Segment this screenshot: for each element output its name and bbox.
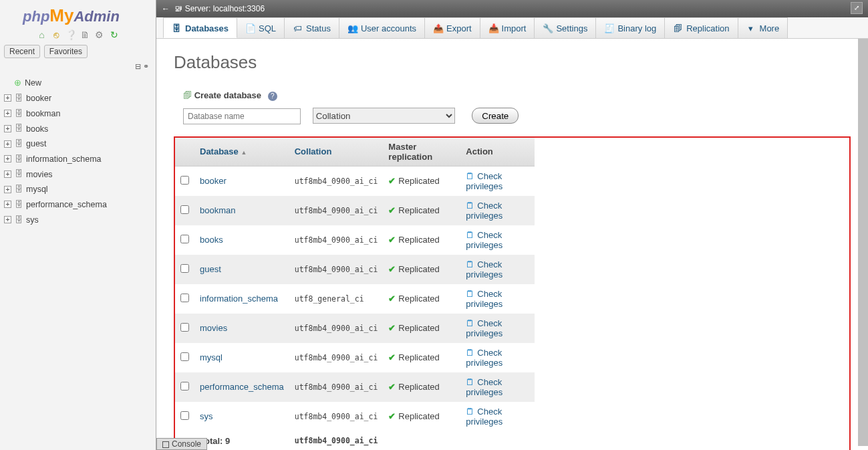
tree-item-performance_schema[interactable]: performance_schema — [26, 200, 107, 209]
col-database[interactable]: Database — [200, 146, 239, 156]
tab-icon: 📄 — [245, 18, 255, 39]
expand-icon[interactable]: + — [4, 201, 11, 208]
console-toggle[interactable]: Console — [156, 438, 207, 450]
table-row: bookerutf8mb4_0900_ai_ci✔Replicated🗒Chec… — [175, 166, 535, 196]
tree-item-sys[interactable]: sys — [26, 215, 39, 225]
collapse-topbar-icon[interactable]: ⤢ — [851, 2, 863, 14]
col-collation[interactable]: Collation — [295, 146, 332, 156]
privileges-icon: 🗒 — [466, 171, 474, 181]
row-collation: utf8mb4_0900_ai_ci — [289, 225, 384, 255]
db-icon: 🗄 — [14, 139, 23, 148]
logo[interactable]: phpMyAdmin — [0, 0, 156, 27]
tab-icon: 🗄 — [172, 18, 181, 39]
db-link-mysql[interactable]: mysql — [200, 352, 223, 362]
tab-binary-log[interactable]: 🧾Binary log — [595, 17, 665, 38]
row-replication: ✔Replicated — [383, 372, 460, 402]
table-row: mysqlutf8mb4_0900_ai_ci✔Replicated🗒Check… — [175, 343, 535, 372]
check-icon: ✔ — [388, 352, 396, 362]
tab-import[interactable]: 📥Import — [480, 17, 535, 38]
expand-icon[interactable]: + — [4, 140, 11, 148]
row-checkbox[interactable] — [180, 382, 189, 390]
check-icon: ✔ — [388, 205, 396, 215]
tab-more[interactable]: ▾More — [738, 17, 788, 38]
row-checkbox[interactable] — [180, 205, 189, 214]
tree-item-books[interactable]: books — [26, 124, 48, 133]
db-icon: 🗄 — [14, 109, 23, 118]
tab-sql[interactable]: 📄SQL — [237, 17, 285, 38]
refresh-icon[interactable]: ↻ — [109, 29, 120, 40]
db-link-books[interactable]: books — [200, 235, 223, 245]
expand-icon[interactable]: + — [4, 155, 11, 162]
tab-export[interactable]: 📤Export — [424, 17, 480, 38]
tab-status[interactable]: 🏷Status — [284, 17, 339, 38]
collapse-all-icon[interactable]: ⊟ — [135, 62, 141, 70]
nav-quick-icons: ⌂ ⎋ ❔ 🗎 ⚙ ↻ — [0, 27, 156, 42]
db-icon: 🗄 — [14, 124, 23, 133]
db-link-bookman[interactable]: bookman — [200, 205, 235, 215]
docs-icon[interactable]: ❔ — [65, 29, 76, 40]
tree-item-bookman[interactable]: bookman — [26, 109, 60, 118]
favorites-tab[interactable]: Favorites — [44, 45, 88, 58]
privileges-icon: 🗒 — [466, 259, 474, 269]
tree-item-mysql[interactable]: mysql — [26, 185, 48, 194]
expand-icon[interactable]: + — [4, 94, 11, 102]
db-link-performance_schema[interactable]: performance_schema — [200, 382, 284, 392]
server-breadcrumb[interactable]: Server: localhost:3306 — [185, 4, 265, 13]
tree-item-guest[interactable]: guest — [26, 139, 47, 148]
db-name-input[interactable] — [183, 108, 301, 124]
expand-icon[interactable]: + — [4, 125, 11, 132]
scrollbar[interactable] — [858, 39, 868, 446]
db-link-information_schema[interactable]: information_schema — [200, 294, 278, 304]
expand-icon[interactable]: + — [4, 216, 11, 223]
expand-icon[interactable]: + — [4, 171, 11, 178]
check-icon: ✔ — [388, 176, 396, 186]
tree-new[interactable]: New — [25, 78, 41, 88]
total-label: Total: 9 — [194, 431, 289, 451]
tab-user-accounts[interactable]: 👥User accounts — [339, 17, 425, 38]
help-icon[interactable]: ? — [268, 92, 277, 101]
tab-icon: 📥 — [488, 18, 498, 39]
newdb-icon: 🗐 — [183, 90, 194, 100]
tab-icon: ▾ — [746, 18, 756, 39]
tab-settings[interactable]: 🔧Settings — [534, 17, 596, 38]
db-link-booker[interactable]: booker — [200, 176, 227, 186]
tab-icon: 🧾 — [604, 18, 613, 39]
row-replication: ✔Replicated — [383, 314, 460, 343]
tree-item-booker[interactable]: booker — [26, 94, 51, 103]
tab-databases[interactable]: 🗄Databases — [163, 17, 237, 38]
tree-item-movies[interactable]: movies — [26, 169, 53, 179]
db-link-guest[interactable]: guest — [200, 264, 221, 274]
row-checkbox[interactable] — [180, 323, 189, 332]
expand-icon[interactable]: + — [4, 186, 11, 193]
check-icon: ✔ — [388, 323, 396, 333]
row-replication: ✔Replicated — [383, 225, 460, 255]
row-collation: utf8mb4_0900_ai_ci — [289, 196, 384, 225]
sql-icon[interactable]: 🗎 — [80, 29, 90, 40]
create-button[interactable]: Create — [472, 108, 519, 124]
settings-icon[interactable]: ⚙ — [94, 29, 105, 40]
row-replication: ✔Replicated — [383, 402, 460, 431]
link-icon[interactable]: ⚭ — [143, 62, 149, 70]
tree-item-information_schema[interactable]: information_schema — [26, 154, 102, 164]
privileges-icon: 🗒 — [466, 377, 474, 387]
home-icon[interactable]: ⌂ — [36, 29, 47, 40]
recent-tab[interactable]: Recent — [4, 45, 40, 58]
db-link-sys[interactable]: sys — [200, 411, 213, 421]
col-master: Master replication — [383, 138, 460, 166]
check-icon: ✔ — [388, 235, 396, 245]
row-checkbox[interactable] — [180, 294, 189, 302]
row-checkbox[interactable] — [180, 235, 189, 243]
logout-icon[interactable]: ⎋ — [51, 29, 61, 40]
row-replication: ✔Replicated — [383, 284, 460, 314]
db-link-movies[interactable]: movies — [200, 323, 227, 333]
collation-select[interactable]: Collation — [313, 108, 455, 124]
row-checkbox[interactable] — [180, 411, 189, 420]
new-db-icon: ⊕ — [13, 78, 22, 88]
tab-replication[interactable]: 🗐Replication — [664, 17, 738, 38]
row-checkbox[interactable] — [180, 176, 189, 185]
expand-icon[interactable]: + — [4, 110, 11, 117]
row-checkbox[interactable] — [180, 264, 189, 273]
total-collation: utf8mb4_0900_ai_ci — [289, 431, 384, 451]
row-checkbox[interactable] — [180, 352, 189, 361]
nav-back-icon[interactable]: ← — [162, 0, 172, 17]
